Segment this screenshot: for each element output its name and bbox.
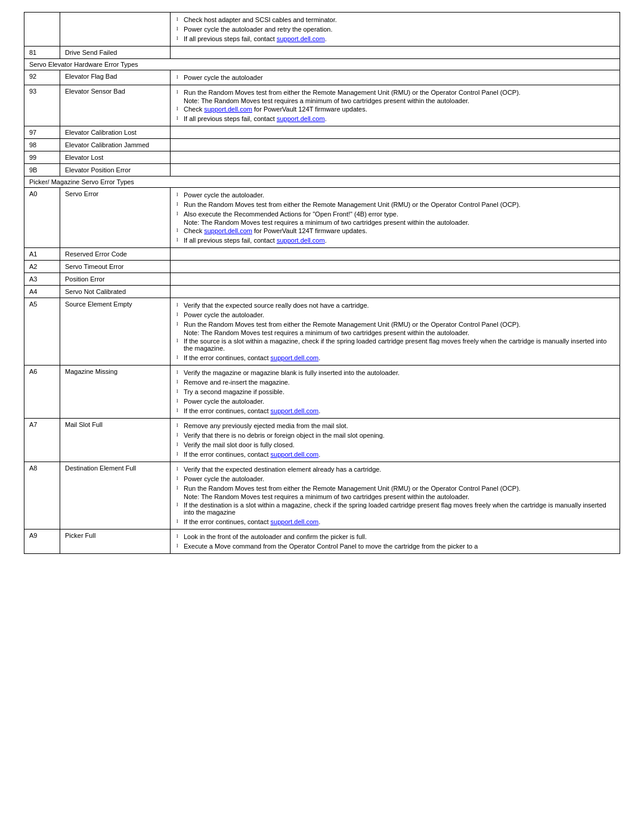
table-row: 97Elevator Calibration Lost (24, 126, 620, 139)
error-code: 92 (24, 70, 60, 85)
error-action: Look in the front of the autoloader and … (171, 529, 620, 554)
action-bullet: Try a second magazine if possible. (175, 387, 615, 397)
action-bullet: If the destination is a slot within a ma… (175, 500, 615, 517)
error-description (60, 13, 171, 47)
error-action: Run the Random Moves test from either th… (171, 85, 620, 126)
error-code: A0 (24, 188, 60, 248)
action-bullet: If the error continues, contact support.… (175, 517, 615, 527)
action-bullet: Verify the magazine or magazine blank is… (175, 368, 615, 377)
action-bullet: Look in the front of the autoloader and … (175, 532, 615, 541)
table-row: A3Position Error (24, 273, 620, 286)
table-row: 92Elevator Flag BadPower cycle the autol… (24, 70, 620, 85)
table-row: A2Servo Timeout Error (24, 261, 620, 273)
action-bullet: Run the Random Moves test from either th… (175, 88, 615, 97)
table-row: A8Destination Element FullVerify that th… (24, 462, 620, 529)
error-action (171, 273, 620, 286)
error-description: Reserved Error Code (60, 248, 171, 261)
error-code: 9B (24, 164, 60, 176)
action-bullet: Power cycle the autoloader and retry the… (175, 24, 615, 34)
error-description: Drive Send Failed (60, 47, 171, 59)
table-row: 9BElevator Position Error (24, 164, 620, 176)
error-code: A8 (24, 462, 60, 529)
section-header-row: Picker/ Magazine Servo Error Types (24, 176, 620, 188)
error-description: Position Error (60, 273, 171, 286)
section-label: Servo Elevator Hardware Error Types (24, 59, 620, 70)
error-description: Elevator Sensor Bad (60, 85, 171, 126)
error-action: Remove any previously ejected media from… (171, 419, 620, 462)
action-bullet: Remove and re-insert the magazine. (175, 377, 615, 387)
action-bullet: Power cycle the autoloader. (175, 310, 615, 320)
action-note: Note: The Random Moves test requires a m… (184, 493, 615, 500)
error-description: Magazine Missing (60, 366, 171, 419)
error-description: Servo Timeout Error (60, 261, 171, 273)
action-bullet: If all previous steps fail, contact supp… (175, 114, 615, 123)
action-bullet: Power cycle the autoloader. (175, 397, 615, 406)
support-link[interactable]: support.dell.com (277, 115, 325, 122)
error-action: Power cycle the autoloader.Run the Rando… (171, 188, 620, 248)
action-bullet: If the error continues, contact support.… (175, 406, 615, 416)
error-action (171, 151, 620, 164)
action-bullet: Check support.dell.com for PowerVault 12… (175, 226, 615, 236)
action-bullet: Power cycle the autoloader. (175, 474, 615, 484)
table-row: A9Picker FullLook in the front of the au… (24, 529, 620, 554)
error-code: 99 (24, 151, 60, 164)
support-link[interactable]: support.dell.com (271, 451, 319, 458)
error-description: Picker Full (60, 529, 171, 554)
table-row: 98Elevator Calibration Jammed (24, 139, 620, 151)
error-code: 98 (24, 139, 60, 151)
error-description: Mail Slot Full (60, 419, 171, 462)
action-note: Note: The Random Moves test requires a m… (184, 97, 615, 104)
table-row: Check host adapter and SCSI cables and t… (24, 13, 620, 47)
error-description: Elevator Lost (60, 151, 171, 164)
action-bullet: Run the Random Moves test from either th… (175, 200, 615, 209)
support-link[interactable]: support.dell.com (277, 237, 325, 244)
support-link[interactable]: support.dell.com (204, 106, 252, 113)
support-link[interactable]: support.dell.com (277, 35, 325, 42)
action-bullet: If the error continues, contact support.… (175, 450, 615, 459)
error-code: A4 (24, 286, 60, 298)
table-row: A7Mail Slot FullRemove any previously ej… (24, 419, 620, 462)
action-bullet: Check support.dell.com for PowerVault 12… (175, 104, 615, 114)
action-bullet: Power cycle the autoloader (175, 73, 615, 82)
action-bullet: Verify the mail slot door is fully close… (175, 440, 615, 450)
action-note: Note: The Random Moves test requires a m… (184, 329, 615, 336)
error-codes-table: Check host adapter and SCSI cables and t… (24, 12, 620, 554)
table-row: A0Servo ErrorPower cycle the autoloader.… (24, 188, 620, 248)
action-bullet: Verify that there is no debris or foreig… (175, 431, 615, 440)
table-row: A1Reserved Error Code (24, 248, 620, 261)
support-link[interactable]: support.dell.com (204, 227, 252, 234)
error-action (171, 139, 620, 151)
error-code: A6 (24, 366, 60, 419)
error-action: Check host adapter and SCSI cables and t… (171, 13, 620, 47)
action-bullet: Remove any previously ejected media from… (175, 421, 615, 431)
action-bullet: If all previous steps fail, contact supp… (175, 236, 615, 245)
error-code: A1 (24, 248, 60, 261)
action-bullet: Verify that the expected destination ele… (175, 465, 615, 474)
error-action: Verify that the expected destination ele… (171, 462, 620, 529)
section-label: Picker/ Magazine Servo Error Types (24, 176, 620, 188)
action-bullet: Run the Random Moves test from either th… (175, 484, 615, 493)
error-code: 93 (24, 85, 60, 126)
error-action (171, 261, 620, 273)
action-bullet: Power cycle the autoloader. (175, 190, 615, 200)
error-description: Source Element Empty (60, 298, 171, 366)
error-code: A2 (24, 261, 60, 273)
error-code: A7 (24, 419, 60, 462)
support-link[interactable]: support.dell.com (271, 407, 319, 414)
action-bullet: Run the Random Moves test from either th… (175, 320, 615, 329)
support-link[interactable]: support.dell.com (271, 518, 319, 525)
error-description: Elevator Calibration Lost (60, 126, 171, 139)
table-row: A5Source Element EmptyVerify that the ex… (24, 298, 620, 366)
error-action: Verify the magazine or magazine blank is… (171, 366, 620, 419)
error-action: Power cycle the autoloader (171, 70, 620, 85)
table-row: 93Elevator Sensor BadRun the Random Move… (24, 85, 620, 126)
section-header-row: Servo Elevator Hardware Error Types (24, 59, 620, 70)
error-action (171, 286, 620, 298)
error-description: Servo Not Calibrated (60, 286, 171, 298)
support-link[interactable]: support.dell.com (271, 354, 319, 361)
action-bullet: Check host adapter and SCSI cables and t… (175, 15, 615, 24)
action-bullet: If the source is a slot within a magazin… (175, 336, 615, 353)
error-action (171, 164, 620, 176)
table-row: 81Drive Send Failed (24, 47, 620, 59)
action-bullet: Execute a Move command from the Operator… (175, 541, 615, 551)
